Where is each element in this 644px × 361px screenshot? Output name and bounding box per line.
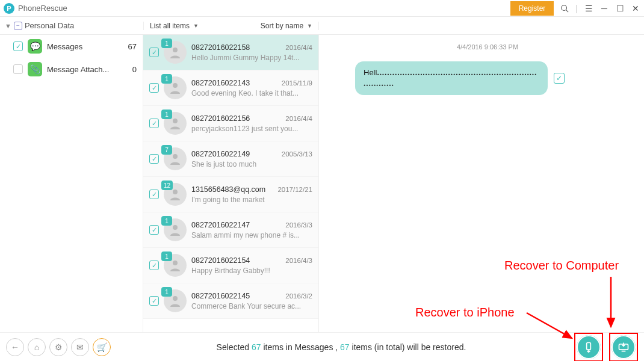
svg-point-5: [173, 154, 178, 159]
avatar: 1: [164, 76, 187, 99]
message-number: 08272016022149: [191, 150, 250, 158]
svg-point-2: [173, 48, 178, 52]
attachments-icon: 📎: [28, 62, 42, 76]
avatar: 1: [164, 112, 187, 135]
checkbox-icon[interactable]: ✓: [554, 73, 565, 84]
message-number: 08272016022147: [191, 221, 250, 229]
svg-point-8: [173, 261, 178, 265]
svg-point-4: [173, 119, 178, 123]
message-item[interactable]: ✓7082720160221492005/3/13She is just too…: [143, 141, 318, 177]
recover-to-computer-button[interactable]: [611, 335, 636, 359]
svg-rect-10: [587, 342, 591, 350]
svg-point-7: [173, 225, 178, 230]
message-item[interactable]: ✓1082720160221472016/3/3Salam ammi my ne…: [143, 212, 318, 248]
maximize-icon[interactable]: ☐: [615, 4, 625, 13]
chevron-down-icon[interactable]: ▼: [193, 23, 199, 29]
search-icon[interactable]: [560, 4, 569, 13]
message-item[interactable]: ✓1082720160221452016/3/2Commerce Bank Yo…: [143, 283, 318, 319]
message-item[interactable]: ✓121315656483@qq.com2017/12/21I'm going …: [143, 177, 318, 212]
svg-point-6: [173, 190, 178, 194]
message-item[interactable]: ✓1082720160221432015/11/9Good evening Ke…: [143, 70, 318, 106]
sidebar-item-count: 67: [128, 42, 137, 51]
mail-button[interactable]: ✉: [71, 338, 89, 356]
unread-badge: 1: [161, 251, 172, 261]
avatar: 1: [164, 218, 187, 241]
message-preview: Hello Jummi Gummy Happy 14t...: [191, 54, 312, 62]
close-icon[interactable]: ✕: [631, 4, 640, 13]
message-preview: Commerce Bank Your secure ac...: [191, 302, 312, 310]
message-list[interactable]: ✓1082720160221582016/4/4Hello Jummi Gumm…: [143, 35, 319, 332]
checkbox-icon[interactable]: ✓: [149, 83, 159, 93]
checkbox-icon[interactable]: ✓: [149, 119, 159, 128]
sidebar-item-count: 0: [132, 65, 137, 74]
settings-button[interactable]: ⚙: [49, 338, 67, 356]
svg-point-9: [173, 296, 178, 301]
message-date: 2016/3/3: [285, 221, 312, 229]
message-preview: I'm going to the market: [191, 196, 312, 204]
message-preview: Happy Birthday Gabby!!!: [191, 267, 312, 275]
minimize-icon[interactable]: ─: [599, 4, 609, 13]
back-button[interactable]: ←: [6, 338, 24, 356]
message-preview: Good evening Keo. I take it that...: [191, 89, 312, 97]
home-button[interactable]: ⌂: [28, 338, 46, 356]
sort-label[interactable]: Sort by name: [261, 22, 303, 30]
message-date: 2016/4/4: [285, 44, 312, 51]
message-date: 2016/3/2: [285, 292, 312, 300]
message-bubble[interactable]: Hell: [355, 61, 548, 95]
checkbox-icon[interactable]: ✓: [149, 48, 159, 57]
message-item[interactable]: ✓1082720160221562016/4/4percyjackson1123…: [143, 106, 318, 141]
message-date: 2005/3/13: [282, 150, 312, 158]
avatar: 1: [164, 41, 187, 64]
footer: ← ⌂ ⚙ ✉ 🛒 Selected 67 items in Messages …: [0, 332, 644, 361]
checkbox-icon[interactable]: ✓: [149, 190, 159, 199]
cart-button[interactable]: 🛒: [93, 338, 111, 356]
unread-badge: 1: [161, 110, 172, 119]
sidebar-header[interactable]: ▼ − Personal Data: [0, 21, 143, 30]
unread-badge: 1: [161, 39, 172, 48]
sidebar-item-attachments[interactable]: ✓ 📎 Message Attach... 0: [0, 58, 143, 81]
avatar: 12: [164, 183, 187, 206]
message-number: 08272016022145: [191, 292, 250, 300]
avatar: 7: [164, 147, 187, 170]
message-preview: Salam ammi my new phone # is...: [191, 231, 312, 239]
checkbox-icon[interactable]: ✓: [149, 154, 159, 164]
status-text: Selected 67 items in Messages , 67 items…: [114, 342, 568, 352]
message-item[interactable]: ✓1082720160221542016/4/3Happy Birthday G…: [143, 248, 318, 283]
checkbox-icon[interactable]: ✓: [13, 64, 23, 74]
sidebar: ✓ 💬 Messages 67 ✓ 📎 Message Attach... 0: [0, 35, 143, 332]
message-date: 2016/4/4: [285, 115, 312, 122]
message-number: 08272016022143: [191, 79, 250, 87]
filter-label[interactable]: List all items: [150, 22, 190, 30]
checkbox-icon[interactable]: ✓: [149, 296, 159, 306]
unread-badge: 12: [161, 180, 173, 190]
avatar: 1: [164, 254, 187, 277]
checkbox-icon[interactable]: ✓: [13, 42, 23, 51]
message-date: 2015/11/9: [282, 79, 312, 87]
register-button[interactable]: Register: [510, 1, 554, 16]
recover-to-iphone-button[interactable]: [577, 335, 601, 359]
message-date: 2017/12/21: [277, 186, 312, 193]
messages-icon: 💬: [28, 39, 42, 54]
message-bubble-row: Hell ✓: [355, 61, 620, 95]
list-header: List all items ▼ Sort by name ▼: [143, 22, 319, 30]
sidebar-item-label: Messages: [47, 42, 82, 51]
message-preview: She is just too much: [191, 160, 312, 168]
svg-point-0: [562, 5, 567, 10]
app-logo: P PhoneRescue: [4, 3, 67, 14]
unread-badge: 1: [161, 74, 172, 84]
window-controls: | ☰ ─ ☐ ✕: [560, 4, 640, 13]
unread-badge: 1: [161, 216, 172, 226]
sidebar-header-label: Personal Data: [25, 21, 74, 30]
message-item[interactable]: ✓1082720160221582016/4/4Hello Jummi Gumm…: [143, 35, 318, 70]
checkbox-icon[interactable]: ✓: [149, 261, 159, 270]
unread-badge: 1: [161, 287, 172, 297]
checkbox-icon[interactable]: ✓: [149, 225, 159, 235]
app-title: PhoneRescue: [18, 4, 67, 13]
message-detail: 4/4/2016 9:06:33 PM Hell ✓: [319, 35, 644, 332]
message-number: 08272016022156: [191, 114, 250, 123]
collapse-tree-icon[interactable]: −: [14, 22, 22, 30]
chevron-down-icon[interactable]: ▼: [307, 23, 312, 29]
toolbar: ▼ − Personal Data List all items ▼ Sort …: [0, 17, 644, 35]
collapse-icon[interactable]: ☰: [584, 4, 593, 13]
sidebar-item-messages[interactable]: ✓ 💬 Messages 67: [0, 35, 143, 58]
